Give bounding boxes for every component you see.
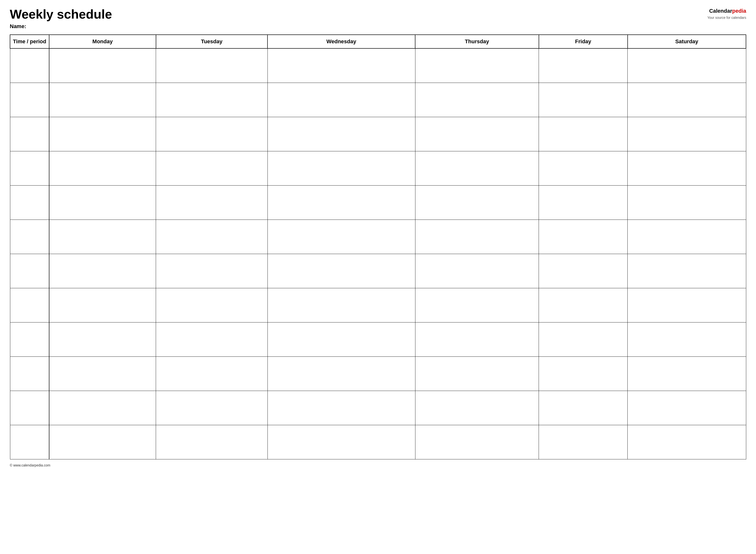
col-header-tuesday: Tuesday <box>156 35 268 48</box>
logo: Calendarpedia Your source for calendars <box>707 7 746 20</box>
table-row <box>10 254 746 288</box>
cell-monday-row3[interactable] <box>49 117 156 151</box>
time-period-cell <box>10 356 49 391</box>
cell-thursday-row7[interactable] <box>415 254 539 288</box>
table-row <box>10 322 746 356</box>
col-header-wednesday: Wednesday <box>268 35 415 48</box>
cell-saturday-row10[interactable] <box>628 356 746 391</box>
cell-tuesday-row8[interactable] <box>156 288 268 322</box>
time-period-cell <box>10 48 49 82</box>
cell-tuesday-row11[interactable] <box>156 391 268 425</box>
cell-thursday-row9[interactable] <box>415 322 539 356</box>
cell-saturday-row8[interactable] <box>628 288 746 322</box>
schedule-table: Time / period Monday Tuesday Wednesday T… <box>10 35 746 459</box>
cell-friday-row9[interactable] <box>539 322 628 356</box>
time-period-cell <box>10 322 49 356</box>
cell-wednesday-row9[interactable] <box>268 322 415 356</box>
cell-wednesday-row6[interactable] <box>268 220 415 254</box>
cell-friday-row2[interactable] <box>539 82 628 117</box>
cell-monday-row7[interactable] <box>49 254 156 288</box>
time-period-cell <box>10 425 49 459</box>
time-period-cell <box>10 220 49 254</box>
cell-saturday-row7[interactable] <box>628 254 746 288</box>
cell-wednesday-row10[interactable] <box>268 356 415 391</box>
col-header-time: Time / period <box>10 35 49 48</box>
cell-monday-row4[interactable] <box>49 151 156 185</box>
cell-friday-row7[interactable] <box>539 254 628 288</box>
cell-tuesday-row6[interactable] <box>156 220 268 254</box>
cell-thursday-row4[interactable] <box>415 151 539 185</box>
cell-monday-row10[interactable] <box>49 356 156 391</box>
col-header-monday: Monday <box>49 35 156 48</box>
cell-wednesday-row7[interactable] <box>268 254 415 288</box>
cell-friday-row5[interactable] <box>539 185 628 220</box>
cell-thursday-row1[interactable] <box>415 48 539 82</box>
cell-saturday-row5[interactable] <box>628 185 746 220</box>
time-period-cell <box>10 117 49 151</box>
time-period-cell <box>10 391 49 425</box>
cell-tuesday-row4[interactable] <box>156 151 268 185</box>
cell-saturday-row2[interactable] <box>628 82 746 117</box>
cell-monday-row8[interactable] <box>49 288 156 322</box>
cell-tuesday-row9[interactable] <box>156 322 268 356</box>
cell-thursday-row5[interactable] <box>415 185 539 220</box>
cell-monday-row2[interactable] <box>49 82 156 117</box>
cell-monday-row11[interactable] <box>49 391 156 425</box>
cell-saturday-row12[interactable] <box>628 425 746 459</box>
col-header-friday: Friday <box>539 35 628 48</box>
cell-wednesday-row4[interactable] <box>268 151 415 185</box>
cell-monday-row9[interactable] <box>49 322 156 356</box>
cell-saturday-row4[interactable] <box>628 151 746 185</box>
header-area: Weekly schedule Name: Calendarpedia Your… <box>10 7 746 30</box>
cell-thursday-row2[interactable] <box>415 82 539 117</box>
cell-wednesday-row8[interactable] <box>268 288 415 322</box>
table-row <box>10 288 746 322</box>
cell-thursday-row12[interactable] <box>415 425 539 459</box>
footer: © www.calendarpedia.com <box>10 463 746 467</box>
cell-saturday-row11[interactable] <box>628 391 746 425</box>
cell-tuesday-row2[interactable] <box>156 82 268 117</box>
cell-tuesday-row7[interactable] <box>156 254 268 288</box>
cell-friday-row12[interactable] <box>539 425 628 459</box>
cell-monday-row5[interactable] <box>49 185 156 220</box>
cell-friday-row4[interactable] <box>539 151 628 185</box>
cell-thursday-row6[interactable] <box>415 220 539 254</box>
cell-tuesday-row10[interactable] <box>156 356 268 391</box>
page-title: Weekly schedule <box>10 7 707 21</box>
cell-monday-row1[interactable] <box>49 48 156 82</box>
cell-friday-row11[interactable] <box>539 391 628 425</box>
logo-calendar-text: Calendar <box>709 8 732 14</box>
cell-tuesday-row1[interactable] <box>156 48 268 82</box>
cell-thursday-row8[interactable] <box>415 288 539 322</box>
cell-thursday-row11[interactable] <box>415 391 539 425</box>
cell-wednesday-row2[interactable] <box>268 82 415 117</box>
logo-tagline: Your source for calendars <box>707 15 746 20</box>
cell-tuesday-row3[interactable] <box>156 117 268 151</box>
cell-saturday-row9[interactable] <box>628 322 746 356</box>
cell-friday-row1[interactable] <box>539 48 628 82</box>
cell-monday-row12[interactable] <box>49 425 156 459</box>
table-row <box>10 151 746 185</box>
time-period-cell <box>10 254 49 288</box>
cell-wednesday-row3[interactable] <box>268 117 415 151</box>
cell-wednesday-row11[interactable] <box>268 391 415 425</box>
col-header-saturday: Saturday <box>628 35 746 48</box>
cell-saturday-row1[interactable] <box>628 48 746 82</box>
cell-thursday-row3[interactable] <box>415 117 539 151</box>
cell-tuesday-row12[interactable] <box>156 425 268 459</box>
cell-saturday-row6[interactable] <box>628 220 746 254</box>
cell-saturday-row3[interactable] <box>628 117 746 151</box>
cell-wednesday-row1[interactable] <box>268 48 415 82</box>
cell-wednesday-row5[interactable] <box>268 185 415 220</box>
cell-thursday-row10[interactable] <box>415 356 539 391</box>
table-header-row: Time / period Monday Tuesday Wednesday T… <box>10 35 746 48</box>
cell-friday-row10[interactable] <box>539 356 628 391</box>
cell-friday-row8[interactable] <box>539 288 628 322</box>
cell-friday-row6[interactable] <box>539 220 628 254</box>
cell-tuesday-row5[interactable] <box>156 185 268 220</box>
schedule-body <box>10 48 746 459</box>
cell-wednesday-row12[interactable] <box>268 425 415 459</box>
cell-monday-row6[interactable] <box>49 220 156 254</box>
cell-friday-row3[interactable] <box>539 117 628 151</box>
table-row <box>10 220 746 254</box>
